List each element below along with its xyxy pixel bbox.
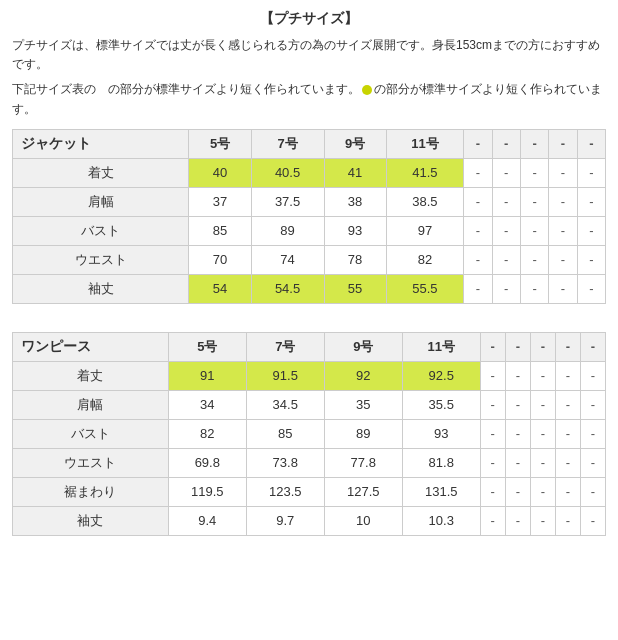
- cell: -: [520, 274, 548, 303]
- cell: -: [464, 158, 492, 187]
- cell: 41: [324, 158, 386, 187]
- cell: -: [530, 477, 555, 506]
- table-row: 肩幅3434.53535.5-----: [13, 390, 606, 419]
- cell: -: [480, 477, 505, 506]
- cell: -: [464, 216, 492, 245]
- cell: 55.5: [386, 274, 464, 303]
- jacket-col-8: -: [549, 129, 577, 158]
- cell: -: [549, 216, 577, 245]
- cell: -: [464, 245, 492, 274]
- row-label: ウエスト: [13, 245, 189, 274]
- cell: -: [555, 477, 580, 506]
- table-row: 肩幅3737.53838.5-----: [13, 187, 606, 216]
- cell: 127.5: [324, 477, 402, 506]
- jacket-col-1: 5号: [189, 129, 251, 158]
- cell: -: [577, 245, 605, 274]
- cell: 41.5: [386, 158, 464, 187]
- cell: 70: [189, 245, 251, 274]
- onepiece-col-6: -: [505, 332, 530, 361]
- cell: -: [530, 506, 555, 535]
- cell: 89: [324, 419, 402, 448]
- table-row: ウエスト70747882-----: [13, 245, 606, 274]
- page-title: 【プチサイズ】: [12, 10, 606, 28]
- cell: -: [549, 245, 577, 274]
- cell: -: [505, 477, 530, 506]
- table-row: ウエスト69.873.877.881.8-----: [13, 448, 606, 477]
- cell: 93: [402, 419, 480, 448]
- cell: -: [530, 419, 555, 448]
- cell: 74: [251, 245, 324, 274]
- row-label: 袖丈: [13, 506, 169, 535]
- cell: -: [480, 419, 505, 448]
- cell: 85: [189, 216, 251, 245]
- cell: 54.5: [251, 274, 324, 303]
- cell: -: [580, 361, 605, 390]
- cell: 73.8: [246, 448, 324, 477]
- cell: -: [580, 448, 605, 477]
- cell: 38.5: [386, 187, 464, 216]
- cell: 91: [168, 361, 246, 390]
- cell: 34.5: [246, 390, 324, 419]
- cell: 82: [386, 245, 464, 274]
- cell: -: [505, 419, 530, 448]
- cell: 78: [324, 245, 386, 274]
- cell: -: [492, 216, 520, 245]
- cell: -: [577, 274, 605, 303]
- cell: 9.7: [246, 506, 324, 535]
- jacket-header-label: ジャケット: [13, 129, 189, 158]
- jacket-col-4: 11号: [386, 129, 464, 158]
- cell: -: [505, 390, 530, 419]
- jacket-col-9: -: [577, 129, 605, 158]
- jacket-col-6: -: [492, 129, 520, 158]
- jacket-table: ジャケット 5号 7号 9号 11号 - - - - - 着丈4040.5414…: [12, 129, 606, 304]
- cell: -: [577, 187, 605, 216]
- onepiece-col-2: 7号: [246, 332, 324, 361]
- cell: -: [480, 448, 505, 477]
- cell: -: [505, 361, 530, 390]
- cell: 37: [189, 187, 251, 216]
- row-label: 袖丈: [13, 274, 189, 303]
- cell: -: [555, 361, 580, 390]
- cell: 82: [168, 419, 246, 448]
- note-text-before: 下記サイズ表の の部分が標準サイズより短く作られています。: [12, 82, 360, 96]
- cell: -: [520, 245, 548, 274]
- onepiece-table: ワンピース 5号 7号 9号 11号 - - - - - 着丈9191.5929…: [12, 332, 606, 536]
- cell: -: [464, 274, 492, 303]
- cell: -: [580, 477, 605, 506]
- description: プチサイズは、標準サイズでは丈が長く感じられる方の為のサイズ展開です。身長153…: [12, 36, 606, 74]
- onepiece-col-4: 11号: [402, 332, 480, 361]
- cell: -: [580, 506, 605, 535]
- cell: -: [580, 419, 605, 448]
- cell: 97: [386, 216, 464, 245]
- cell: -: [520, 158, 548, 187]
- onepiece-col-8: -: [555, 332, 580, 361]
- table-row: 裾まわり119.5123.5127.5131.5-----: [13, 477, 606, 506]
- cell: 92: [324, 361, 402, 390]
- cell: 10: [324, 506, 402, 535]
- cell: 81.8: [402, 448, 480, 477]
- cell: 85: [246, 419, 324, 448]
- row-label: ウエスト: [13, 448, 169, 477]
- cell: -: [492, 187, 520, 216]
- cell: 35.5: [402, 390, 480, 419]
- cell: -: [555, 419, 580, 448]
- row-label: 着丈: [13, 158, 189, 187]
- onepiece-col-3: 9号: [324, 332, 402, 361]
- cell: 123.5: [246, 477, 324, 506]
- cell: -: [520, 187, 548, 216]
- row-label: 着丈: [13, 361, 169, 390]
- table-row: 袖丈9.49.71010.3-----: [13, 506, 606, 535]
- cell: 119.5: [168, 477, 246, 506]
- cell: -: [480, 390, 505, 419]
- onepiece-col-5: -: [480, 332, 505, 361]
- cell: -: [577, 216, 605, 245]
- row-label: 肩幅: [13, 390, 169, 419]
- cell: 77.8: [324, 448, 402, 477]
- cell: 54: [189, 274, 251, 303]
- cell: 93: [324, 216, 386, 245]
- cell: 89: [251, 216, 324, 245]
- row-label: 裾まわり: [13, 477, 169, 506]
- cell: -: [580, 390, 605, 419]
- cell: -: [577, 158, 605, 187]
- table-row: 袖丈5454.55555.5-----: [13, 274, 606, 303]
